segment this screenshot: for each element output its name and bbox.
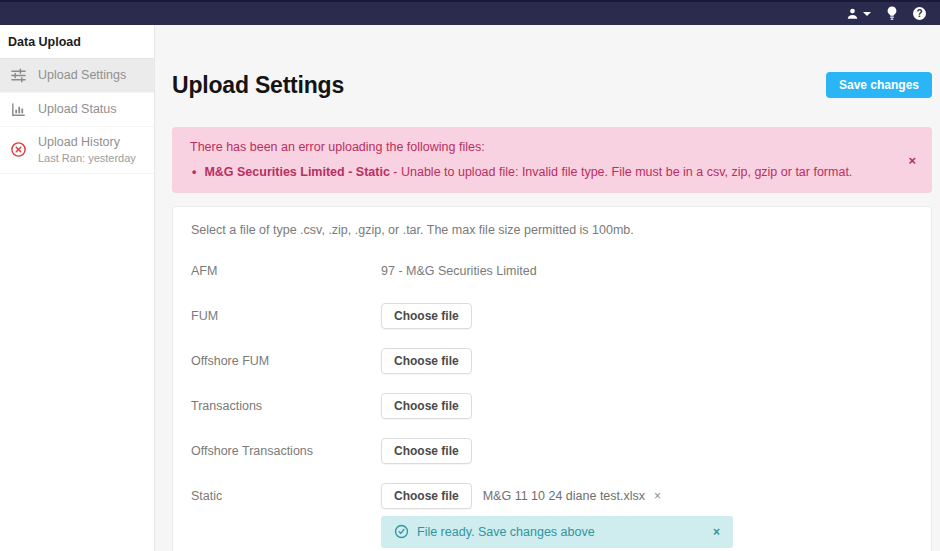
sidebar-title: Data Upload (0, 25, 154, 59)
sidebar: Data Upload Upload Settings Upload Statu… (0, 25, 155, 551)
selected-file-name: M&G 11 10 24 diane test.xlsx (483, 489, 645, 503)
chevron-down-icon (863, 12, 871, 16)
field-label: FUM (191, 309, 381, 323)
choose-file-button-offshore-transactions[interactable]: Choose file (381, 438, 472, 464)
choose-file-button-transactions[interactable]: Choose file (381, 393, 472, 419)
form-row-offshore-transactions: Offshore Transactions Choose file (191, 438, 913, 464)
form-row-offshore-fum: Offshore FUM Choose file (191, 348, 913, 374)
sidebar-item-upload-history[interactable]: Upload History Last Ran: yesterday (0, 127, 154, 174)
file-ready-close-icon[interactable]: × (713, 525, 720, 539)
form-row-fum: FUM Choose file (191, 303, 913, 329)
error-circle-icon (10, 141, 27, 158)
field-label: Static (191, 489, 381, 503)
sidebar-item-label: Upload History (38, 135, 136, 151)
file-ready-message: File ready. Save changes above (417, 525, 705, 539)
save-changes-button[interactable]: Save changes (826, 72, 932, 98)
sidebar-item-upload-status[interactable]: Upload Status (0, 93, 154, 127)
error-file-name: M&G Securities Limited - Static (204, 165, 389, 179)
field-label: AFM (191, 264, 381, 278)
help-icon: ? (913, 7, 926, 20)
page-title: Upload Settings (172, 72, 344, 99)
sidebar-item-sublabel: Last Ran: yesterday (38, 151, 136, 165)
main-content: Upload Settings Save changes There has b… (156, 25, 940, 551)
user-menu-button[interactable] (845, 7, 871, 21)
error-banner: There has been an error uploading the fo… (172, 127, 932, 193)
file-ready-banner: File ready. Save changes above × (381, 516, 733, 548)
error-banner-item: M&G Securities Limited - Static - Unable… (190, 164, 888, 180)
sidebar-item-label: Upload Settings (38, 68, 126, 84)
bar-chart-icon (10, 101, 27, 118)
user-icon (845, 7, 860, 21)
form-row-static: Static Choose file M&G 11 10 24 diane te… (191, 483, 913, 509)
main-header: Upload Settings Save changes (172, 71, 932, 99)
afm-value: 97 - M&G Securities Limited (381, 264, 537, 278)
choose-file-button-fum[interactable]: Choose file (381, 303, 472, 329)
upload-form-card: Select a file of type .csv, .zip, .gzip,… (172, 206, 932, 551)
field-label: Offshore Transactions (191, 444, 381, 458)
lightbulb-button[interactable] (886, 6, 898, 21)
field-label: Transactions (191, 399, 381, 413)
choose-file-button-static[interactable]: Choose file (381, 483, 472, 509)
error-banner-intro: There has been an error uploading the fo… (190, 139, 888, 155)
sidebar-item-label: Upload Status (38, 102, 117, 118)
error-banner-close-icon[interactable]: × (908, 153, 916, 166)
lightbulb-icon (886, 6, 898, 21)
choose-file-button-offshore-fum[interactable]: Choose file (381, 348, 472, 374)
form-row-afm: AFM 97 - M&G Securities Limited (191, 258, 913, 284)
check-circle-icon (394, 524, 409, 539)
topbar: ? (0, 0, 940, 25)
form-row-transactions: Transactions Choose file (191, 393, 913, 419)
sliders-icon (10, 67, 27, 84)
remove-file-icon[interactable]: × (654, 489, 661, 503)
error-file-detail: - Unable to upload file: Invalid file ty… (390, 165, 852, 179)
sidebar-item-upload-settings[interactable]: Upload Settings (0, 59, 154, 93)
form-instructions: Select a file of type .csv, .zip, .gzip,… (191, 223, 913, 237)
field-label: Offshore FUM (191, 354, 381, 368)
help-button[interactable]: ? (913, 7, 926, 20)
